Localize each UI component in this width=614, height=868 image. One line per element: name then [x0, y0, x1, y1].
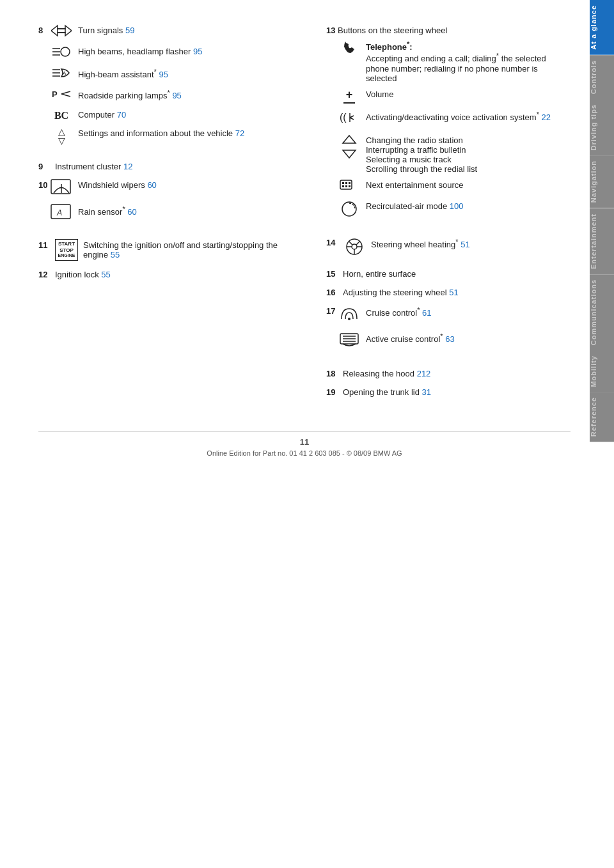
svg-line-20	[350, 118, 354, 120]
page-footer: 11 Online Edition for Part no. 01 41 2 6…	[38, 431, 571, 457]
start-stop-icon: START STOP ENGINE	[55, 239, 78, 261]
item-8-parking-lamps: P Roadside parking lamps* 95	[50, 89, 244, 104]
svg-marker-22	[343, 150, 356, 158]
item-9: 9 Instrument cluster 12	[38, 162, 313, 171]
item-19-text: Opening the trunk lid 31	[343, 387, 571, 397]
svg-rect-27	[342, 185, 344, 187]
next-entertainment-icon	[338, 179, 361, 195]
item-19: 19 Opening the trunk lid 31	[326, 387, 571, 397]
item-13-recirculated-text: Recirculated-air mode 100	[366, 201, 571, 211]
item-12-text: Ignition lock 55	[55, 270, 313, 279]
parking-lamps-icon: P	[50, 88, 73, 104]
high-beam-assistant-icon: A	[50, 66, 73, 82]
item-13-subitems: Buttons on the steering wheel Telephone*…	[338, 26, 571, 228]
item-13-entertainment-text: Next entertainment source	[366, 180, 571, 190]
item-8-high-beams: High beams, headlamp flasher 95	[50, 47, 244, 61]
item-17-active-cruise-text: Active cruise control* 63	[366, 332, 455, 344]
sidebar-tab-controls[interactable]: Controls	[590, 55, 614, 99]
item-16-text: Adjusting the steering wheel 51	[343, 288, 571, 297]
item-15-text: Horn, entire surface	[343, 269, 571, 279]
item-13-volume-text: Volume	[366, 89, 571, 99]
svg-line-12	[61, 94, 70, 97]
active-cruise-control-icon	[338, 331, 361, 352]
svg-line-36	[356, 241, 359, 244]
sidebar-tab-driving-tips[interactable]: Driving tips	[590, 99, 614, 156]
item-16-number: 16	[326, 288, 338, 297]
item-13-entertainment: Next entertainment source	[338, 180, 571, 195]
item-13-radio-text: Changing the radio station Interrupting …	[366, 136, 571, 174]
sidebar-tab-communications[interactable]: Communications	[590, 274, 614, 350]
triangle-up-icon: △	[58, 127, 65, 136]
item-18-number: 18	[326, 369, 338, 378]
item-9-text: Instrument cluster 12	[55, 162, 313, 171]
svg-text:((: ((	[340, 112, 347, 123]
right-column: 13 Buttons on the steering wheel	[326, 26, 571, 406]
svg-line-37	[349, 241, 352, 244]
svg-rect-29	[349, 185, 350, 187]
item-10-rain-sensor: A Rain sensor* 60	[50, 205, 157, 224]
item-11-number: 11	[38, 240, 50, 250]
computer-bc-icon: BC	[50, 109, 73, 122]
steering-wheel-heating-icon	[343, 236, 366, 260]
item-17: 17 Cruise	[326, 306, 571, 359]
item-8-settings: △ ▽ Settings and information about the v…	[50, 128, 244, 145]
sidebar-tab-entertainment[interactable]: Entertainment	[590, 208, 614, 274]
svg-text:P: P	[52, 89, 58, 99]
svg-text:A: A	[56, 208, 62, 217]
item-17-subitems: Cruise control* 61	[338, 306, 455, 359]
sidebar-tab-at-a-glance[interactable]: At a glance	[590, 0, 614, 55]
rain-sensor-icon: A	[50, 204, 73, 224]
page-container: 8 Turn signals 59	[0, 0, 614, 868]
left-column: 8 Turn signals 59	[38, 26, 313, 406]
item-10-number: 10	[38, 180, 50, 190]
radio-icons	[338, 136, 361, 162]
item-8-high-beam-assistant: A High-beam assistant* 95	[50, 68, 244, 82]
svg-rect-25	[345, 182, 347, 184]
item-12-number: 12	[38, 270, 50, 279]
two-col-layout: 8 Turn signals 59	[38, 26, 571, 406]
sidebar: At a glance Controls Driving tips Naviga…	[590, 0, 614, 868]
item-18-text: Releasing the hood 212	[343, 369, 571, 378]
item-14-number: 14	[326, 238, 338, 247]
item-15: 15 Horn, entire surface	[326, 269, 571, 279]
sidebar-tab-reference[interactable]: Reference	[590, 392, 614, 442]
item-14: 14 Steering wheel heatin	[326, 238, 571, 260]
page-number: 11	[38, 437, 571, 447]
item-8-settings-text: Settings and information about the vehic…	[78, 128, 244, 138]
item-17-number: 17	[326, 306, 338, 316]
arrow-up-icon	[338, 134, 361, 148]
sidebar-tab-mobility[interactable]: Mobility	[590, 350, 614, 392]
svg-point-5	[61, 47, 70, 56]
item-10-rain-sensor-text: Rain sensor* 60	[78, 205, 157, 217]
item-13-recirculated-air: Recirculated-air mode 100	[338, 201, 571, 221]
item-13-volume: + Volume	[338, 89, 571, 104]
triangle-down-icon: ▽	[58, 136, 65, 145]
item-11-text: Switching the ignition on/off and starti…	[83, 240, 313, 260]
bc-symbol: BC	[54, 110, 68, 121]
item-13-voice-activation: (( Activating/deactivating voice activat…	[338, 111, 571, 129]
item-8: 8 Turn signals 59	[38, 26, 313, 151]
svg-marker-1	[58, 26, 72, 36]
item-15-number: 15	[326, 269, 338, 279]
item-13-title: Buttons on the steering wheel	[338, 26, 571, 35]
sidebar-tab-navigation[interactable]: Navigation	[590, 155, 614, 208]
svg-rect-28	[345, 185, 347, 187]
main-content: 8 Turn signals 59	[0, 0, 590, 868]
item-14-text: Steering wheel heating* 51	[371, 238, 571, 249]
turn-signal-icon	[50, 24, 73, 40]
item-13-telephone-text: Telephone*: Accepting and ending a call;…	[366, 40, 571, 83]
item-13-telephone: Telephone*: Accepting and ending a call;…	[338, 40, 571, 83]
item-17-cruise: Cruise control* 61	[338, 306, 455, 326]
item-17-active-cruise: Active cruise control* 63	[338, 332, 455, 352]
item-10-subitems: Windshield wipers 60 A	[50, 180, 157, 230]
footer-text: Online Edition for Part no. 01 41 2 603 …	[207, 449, 402, 457]
item-13-radio: Changing the radio station Interrupting …	[338, 136, 571, 174]
high-beams-icon	[50, 45, 73, 61]
item-8-computer-text: Computer 70	[78, 110, 244, 120]
svg-marker-0	[51, 26, 65, 36]
item-8-high-beams-text: High beams, headlamp flasher 95	[78, 47, 244, 56]
item-19-number: 19	[326, 387, 338, 397]
item-13-voice-text: Activating/deactivating voice activation…	[366, 111, 571, 122]
item-17-cruise-text: Cruise control* 61	[366, 306, 455, 318]
item-10-wipers: Windshield wipers 60	[50, 180, 157, 199]
